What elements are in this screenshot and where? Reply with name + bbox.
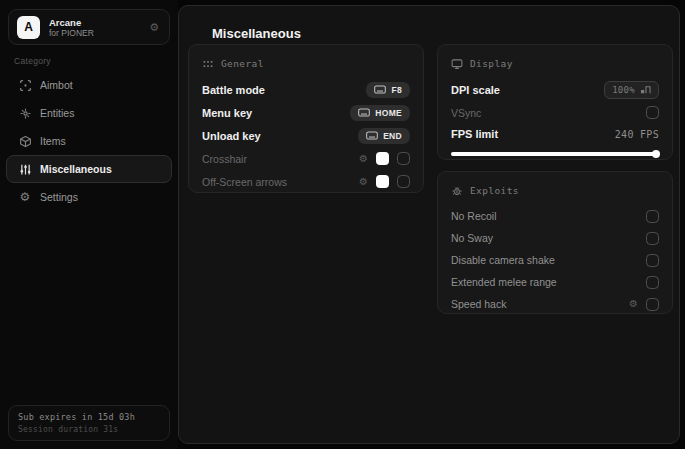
dpi-scale-label: DPI scale (451, 84, 500, 96)
no-sway-label: No Sway (451, 232, 493, 244)
session-duration-text: Session duration 31s (18, 424, 160, 436)
no-sway-checkbox[interactable] (646, 232, 659, 245)
keyboard-icon (374, 85, 386, 94)
sidebar-item-items[interactable]: Items (6, 127, 172, 155)
dpi-scale-selector[interactable]: 100% (604, 81, 659, 99)
sidebar-item-entities[interactable]: Entities (6, 99, 172, 127)
monitor-icon (451, 58, 463, 70)
display-panel: Display DPI scale 100% VSync FPS limit 2… (437, 44, 673, 160)
unload-key-label: Unload key (202, 130, 261, 142)
scale-icon (640, 85, 651, 95)
fps-limit-slider[interactable] (451, 150, 659, 158)
extended-melee-range-checkbox[interactable] (646, 276, 659, 289)
extended-melee-range-label: Extended melee range (451, 276, 557, 288)
battle-mode-label: Battle mode (202, 84, 265, 96)
offscreen-arrows-row: Off-Screen arrows ⚙ (202, 170, 410, 193)
general-panel-title: General (221, 58, 264, 69)
sidebar-item-label: Entities (40, 107, 74, 119)
no-sway-row: No Sway (451, 227, 659, 249)
sidebar-item-label: Aimbot (40, 79, 73, 91)
speed-hack-label: Speed hack (451, 298, 506, 310)
keyboard-icon (358, 108, 370, 117)
fps-limit-value: 240 FPS (615, 129, 659, 140)
app-logo: A (17, 16, 40, 39)
extended-melee-range-row: Extended melee range (451, 271, 659, 293)
gear-icon[interactable]: ⚙ (629, 299, 638, 309)
cube-icon (18, 134, 32, 148)
page-title: Miscellaneous (212, 26, 301, 41)
gear-icon[interactable]: ⚙ (359, 177, 368, 187)
vsync-label: VSync (451, 107, 481, 119)
no-recoil-row: No Recoil (451, 205, 659, 227)
disable-camera-shake-label: Disable camera shake (451, 254, 555, 266)
exploits-panel-title: Exploits (470, 185, 519, 196)
display-panel-title: Display (470, 58, 513, 69)
speed-hack-checkbox[interactable] (646, 298, 659, 311)
fps-limit-row: FPS limit 240 FPS (451, 124, 659, 144)
sidebar-item-label: Miscellaneous (40, 163, 112, 175)
dpi-scale-row: DPI scale 100% (451, 78, 659, 101)
bug-icon (451, 185, 463, 197)
no-recoil-checkbox[interactable] (646, 210, 659, 223)
general-panel: General Battle mode F8 Menu key HOME Unl… (188, 44, 424, 193)
gear-icon: ⚙ (18, 190, 32, 204)
category-label: Category (14, 56, 51, 66)
vsync-row: VSync (451, 101, 659, 124)
crosshair-row: Crosshair ⚙ (202, 147, 410, 170)
subscription-card: Sub expires in 15d 03h Session duration … (8, 405, 170, 441)
menu-key-row: Menu key HOME (202, 101, 410, 124)
disable-camera-shake-row: Disable camera shake (451, 249, 659, 271)
slider-knob[interactable] (652, 150, 660, 158)
crosshair-color-swatch[interactable] (376, 152, 389, 165)
unload-key-keybind[interactable]: END (358, 128, 410, 144)
offscreen-arrows-checkbox[interactable] (397, 175, 410, 188)
offscreen-arrows-color-swatch[interactable] (376, 175, 389, 188)
sidebar-item-settings[interactable]: ⚙ Settings (6, 183, 172, 211)
keyboard-icon (366, 131, 378, 140)
gear-icon[interactable]: ⚙ (359, 154, 368, 164)
grid-icon (202, 58, 214, 70)
fps-limit-label: FPS limit (451, 128, 498, 140)
offscreen-arrows-label: Off-Screen arrows (202, 176, 287, 188)
no-recoil-label: No Recoil (451, 210, 497, 222)
sliders-icon (18, 162, 32, 176)
slider-fill (451, 152, 659, 156)
app-name: Arcane (49, 17, 149, 28)
display-panel-header: Display (451, 56, 659, 71)
unload-key-row: Unload key END (202, 124, 410, 147)
sidebar-item-label: Settings (40, 191, 78, 203)
sidebar-item-label: Items (40, 135, 66, 147)
battle-mode-row: Battle mode F8 (202, 78, 410, 101)
menu-key-label: Menu key (202, 107, 252, 119)
general-panel-header: General (202, 56, 410, 71)
menu-key-keybind[interactable]: HOME (350, 105, 410, 121)
dpi-scale-value: 100% (612, 85, 635, 95)
gear-icon[interactable]: ⚙ (149, 22, 159, 33)
sidebar: A Arcane for PIONER ⚙ Category Aimbot (0, 0, 178, 449)
app-subtitle: for PIONER (49, 28, 149, 38)
disable-camera-shake-checkbox[interactable] (646, 254, 659, 267)
crosshair-icon (18, 78, 32, 92)
main-content: Miscellaneous General Battle mode F8 Men… (178, 5, 680, 444)
exploits-panel: Exploits No Recoil No Sway Disable camer… (437, 171, 673, 314)
app-logo-card: A Arcane for PIONER ⚙ (8, 9, 170, 45)
sidebar-item-aimbot[interactable]: Aimbot (6, 71, 172, 99)
speed-hack-row: Speed hack ⚙ (451, 293, 659, 315)
sub-expires-text: Sub expires in 15d 03h (18, 411, 160, 424)
entities-icon (18, 106, 32, 120)
crosshair-checkbox[interactable] (397, 152, 410, 165)
vsync-checkbox[interactable] (646, 106, 659, 119)
sidebar-item-miscellaneous[interactable]: Miscellaneous (6, 155, 172, 183)
battle-mode-keybind[interactable]: F8 (366, 82, 410, 98)
sidebar-nav: Aimbot Entities Items (0, 71, 178, 211)
crosshair-label: Crosshair (202, 153, 247, 165)
exploits-panel-header: Exploits (451, 183, 659, 198)
